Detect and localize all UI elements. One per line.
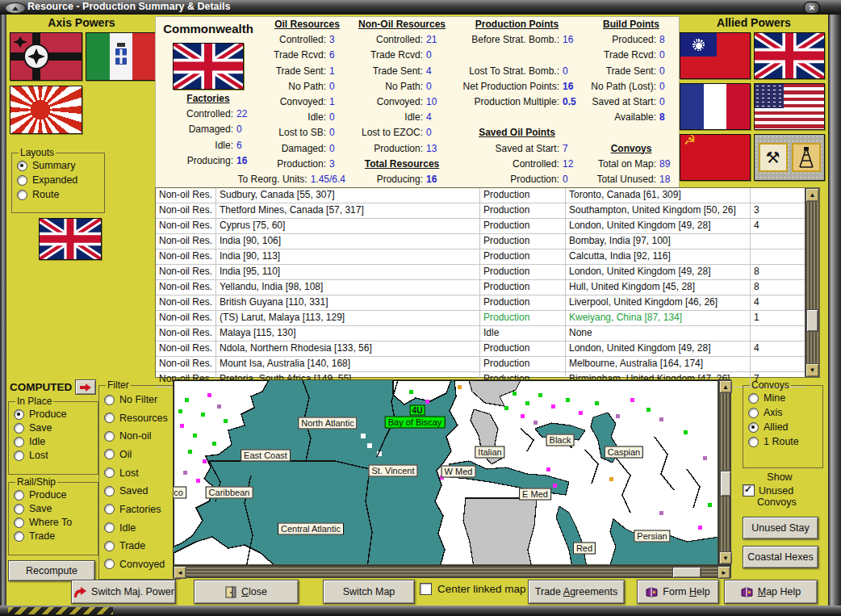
radio-label: Factories xyxy=(119,504,161,515)
radio-convoys-1-route[interactable]: 1 Route xyxy=(748,436,819,447)
radio-convoys-allied[interactable]: Allied xyxy=(748,421,819,433)
layouts-legend: Layouts xyxy=(19,147,56,158)
radio-filter-saved[interactable]: Saved xyxy=(104,485,177,497)
table-row[interactable]: Non-oil Res.Thetford Mines, Canada [57, … xyxy=(156,203,805,219)
close-window-icon[interactable]: ✕ xyxy=(804,2,820,14)
radio-label: Save xyxy=(29,503,52,514)
table-scrollbar[interactable]: ▲ ▼ xyxy=(805,188,819,377)
recompute-label: Recompute xyxy=(26,565,77,576)
radio-layouts-expanded[interactable]: Expanded xyxy=(17,174,101,186)
switch-major-power-button[interactable]: Switch Maj. Power xyxy=(71,580,176,604)
map-scroll-right-icon[interactable]: ► xyxy=(718,566,730,579)
map-horizontal-scrollbar[interactable]: ◄ ► xyxy=(173,565,731,578)
radio-layouts-summary[interactable]: Summary xyxy=(17,160,101,171)
scroll-down-icon[interactable]: ▼ xyxy=(805,363,819,377)
map-vertical-scrollbar[interactable]: ▲ ▼ xyxy=(718,379,731,565)
table-row[interactable]: Non-oil Res.Cyprus [75, 60]ProductionLon… xyxy=(156,219,805,234)
table-cell xyxy=(751,188,805,203)
radio-in-place-produce[interactable]: Produce xyxy=(14,409,94,420)
radio-convoys-axis[interactable]: Axis xyxy=(748,407,819,418)
radio-label: Non-oil xyxy=(119,430,152,442)
table-row[interactable]: Non-oil Res.Mount Isa, Australia [140, 1… xyxy=(156,357,805,372)
main-content: Axis Powers Layouts SummaryExpandedRout xyxy=(6,15,828,606)
radio-rail-ship-trade[interactable]: Trade xyxy=(14,530,94,542)
map-resource-dot xyxy=(188,450,192,454)
table-row[interactable]: Non-oil Res.Ndola, Northern Rhodesia [13… xyxy=(156,342,805,357)
non-oil-stat-producing: Producing:16 xyxy=(354,172,450,187)
table-cell: Non-oil Res. xyxy=(156,326,216,341)
mine-icon: ⚒ xyxy=(759,143,788,172)
radio-filter-non-oil[interactable]: Non-oil xyxy=(104,430,177,442)
radio-convoys-mine[interactable]: Mine xyxy=(748,392,819,404)
map-resource-dot xyxy=(616,414,620,418)
table-cell: Malaya [115, 130] xyxy=(216,326,480,341)
table-cell: Ndola, Northern Rhodesia [133, 56] xyxy=(216,342,480,356)
scroll-up-icon[interactable]: ▲ xyxy=(805,188,819,202)
radio-in-place-lost[interactable]: Lost xyxy=(14,450,94,461)
radio-filter-no-filter[interactable]: No Filter xyxy=(104,394,177,405)
map-resource-dot xyxy=(513,392,517,396)
radio-filter-lost[interactable]: Lost xyxy=(104,467,177,479)
radio-filter-oil[interactable]: Oil xyxy=(104,449,177,460)
radio-in-place-idle[interactable]: Idle xyxy=(14,436,94,447)
unused-stay-button[interactable]: Unused Stay xyxy=(743,517,818,539)
table-cell: Production xyxy=(480,234,566,249)
center-linked-map-option[interactable]: Center linked map xyxy=(420,583,526,595)
radio-rail-ship-save[interactable]: Save xyxy=(14,503,94,514)
production-table: Non-oil Res.Sudbury, Canada [55, 307]Pro… xyxy=(155,187,820,378)
table-row[interactable]: Non-oil Res.British Guyana [110, 331]Pro… xyxy=(156,295,805,311)
map-vscroll-thumb[interactable] xyxy=(720,471,731,497)
computed-arrow-button[interactable] xyxy=(75,379,96,395)
radio-filter-convoyed[interactable]: Convoyed xyxy=(104,559,177,570)
switch-map-button[interactable]: Switch Map xyxy=(323,580,415,604)
filter-group: Filter No FilterResourcesNon-oilOilLostS… xyxy=(98,379,181,580)
map-scroll-left-icon[interactable]: ◄ xyxy=(174,566,186,579)
map-label-caribbean: Caribbean xyxy=(206,487,253,499)
table-cell: Mount Isa, Australia [140, 168] xyxy=(216,357,480,371)
radio-rail-ship-produce[interactable]: Produce xyxy=(14,489,94,501)
radio-rail-ship-where-to[interactable]: Where To xyxy=(14,517,94,528)
radio-filter-idle[interactable]: Idle xyxy=(104,522,177,534)
map-resource-dot xyxy=(425,400,429,404)
convoys-legend: Convoys xyxy=(750,379,791,391)
form-help-button[interactable]: Form Help xyxy=(637,580,719,604)
radio-layouts-route[interactable]: Route xyxy=(17,189,101,200)
table-row[interactable]: Non-oil Res.Yellandu, India [98, 108]Pro… xyxy=(156,280,805,295)
map-help-button[interactable]: Map Help xyxy=(724,580,818,604)
factories-stat-producing: Producing:16 xyxy=(156,153,261,169)
table-row[interactable]: Non-oil Res.India [90, 106]ProductionBom… xyxy=(156,234,805,249)
radio-circle-icon xyxy=(14,423,24,434)
radio-filter-factories[interactable]: Factories xyxy=(104,504,177,515)
radio-filter-trade[interactable]: Trade xyxy=(104,540,177,551)
trade-agreements-button[interactable]: Trade Agreements xyxy=(528,580,625,604)
map-canvas[interactable]: North Atlantic4UBay of BiscayEast CoastS… xyxy=(173,379,718,565)
close-button[interactable]: Close xyxy=(194,580,299,604)
window-menu-button[interactable] xyxy=(5,2,26,14)
close-label: Close xyxy=(241,586,267,597)
table-row[interactable]: Non-oil Res.India [90, 113]ProductionCal… xyxy=(156,249,805,265)
radio-label: Axis xyxy=(764,407,783,418)
table-row[interactable]: Non-oil Res.India [95, 110]ProductionLon… xyxy=(156,265,805,280)
radio-label: Idle xyxy=(29,436,45,447)
map-scroll-down-icon[interactable]: ▼ xyxy=(719,551,732,564)
radio-filter-resources[interactable]: Resources xyxy=(104,413,177,424)
center-linked-map-checkbox[interactable] xyxy=(420,583,432,595)
table-row[interactable]: Non-oil Res.Sudbury, Canada [55, 307]Pro… xyxy=(156,188,805,203)
table-row[interactable]: Non-oil Res.(TS) Larut, Malaya [113, 129… xyxy=(156,311,805,326)
radio-label: Resources xyxy=(119,413,168,424)
non-oil-stat-convoyed: Convoyed:10 xyxy=(354,94,450,110)
table-cell: Melbourne, Australia [164, 174] xyxy=(566,357,751,371)
map-hscroll-thumb[interactable] xyxy=(672,567,701,578)
unused-convoys-checkbox[interactable] xyxy=(743,484,755,497)
radio-circle-icon xyxy=(748,393,759,404)
map-scroll-up-icon[interactable]: ▲ xyxy=(719,380,732,393)
factories-stat-controlled: Controlled:22 xyxy=(156,107,261,122)
oil-stat-controlled: Controlled:3 xyxy=(261,32,354,48)
table-cell: Non-oil Res. xyxy=(156,280,216,295)
table-scroll-thumb[interactable] xyxy=(806,309,818,332)
map-resource-dot xyxy=(566,398,570,402)
coastal-hexes-button[interactable]: Coastal Hexes xyxy=(743,546,818,568)
table-row[interactable]: Non-oil Res.Malaya [115, 130]IdleNone xyxy=(156,326,805,342)
recompute-button[interactable]: Recompute xyxy=(8,560,95,581)
radio-in-place-save[interactable]: Save xyxy=(14,422,94,434)
